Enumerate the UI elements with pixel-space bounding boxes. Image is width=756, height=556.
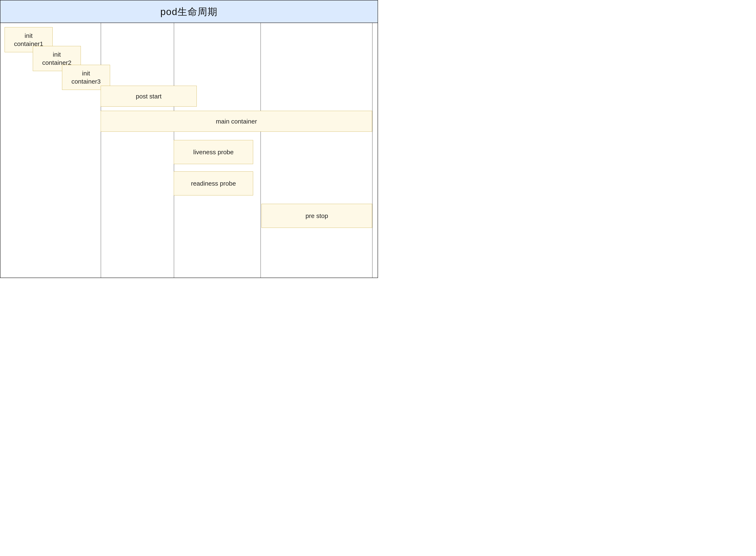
diagram-body: init container1init container2init conta… bbox=[0, 23, 378, 278]
main-container: main container bbox=[101, 111, 372, 132]
liveness-probe: liveness probe bbox=[174, 140, 253, 164]
pre-stop: pre stop bbox=[261, 204, 372, 228]
vline4 bbox=[372, 23, 373, 278]
readiness-probe: readiness probe bbox=[174, 171, 253, 196]
post-start: post start bbox=[101, 86, 197, 107]
diagram-wrapper: pod生命周期 init container1init container2in… bbox=[0, 0, 378, 278]
vline1 bbox=[101, 23, 101, 278]
vline3 bbox=[260, 23, 261, 278]
diagram-title: pod生命周期 bbox=[0, 0, 378, 23]
